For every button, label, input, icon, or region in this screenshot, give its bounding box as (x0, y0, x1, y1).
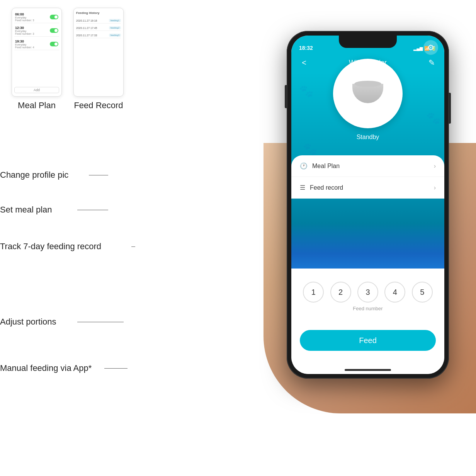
meal-plan-thumbnail: 06:00 Everyday Feed number: 3 12:30 Ever… (12, 8, 62, 110)
add-button-thumb[interactable]: Add (14, 87, 59, 93)
meal-plan-screen: 06:00 Everyday Feed number: 3 12:30 Ever… (12, 8, 62, 97)
paw-decoration-2: 🐾 (426, 111, 440, 125)
device-circle (333, 59, 403, 128)
edit-button[interactable]: ✎ (426, 58, 437, 67)
paw-decoration-3: 🐾 (303, 142, 317, 156)
portion-btn-3[interactable]: 3 (357, 282, 378, 303)
signal-icon: ▂▄▆ (413, 46, 423, 51)
meal-plan-chevron: › (434, 163, 436, 170)
status-time: 18:32 (299, 45, 313, 51)
manual-feeding-label: Manual feeding via App* (0, 363, 104, 373)
feed-record-icon: ☰ (300, 184, 305, 191)
feed-row-1: 2020.11.27 19:16 feeding1 (76, 18, 121, 24)
back-button[interactable]: < (298, 58, 310, 67)
feed-record-menu-label: Feed record (310, 184, 343, 191)
feed-button-label: Feed (359, 336, 377, 345)
meal-plan-label: Meal Plan (18, 100, 56, 110)
portion-section: 1 2 3 4 5 Feed number (291, 278, 444, 320)
feed-button[interactable]: Feed (300, 330, 436, 351)
feed-record-title: Feeding History (76, 11, 121, 15)
phone-notch (339, 36, 397, 48)
phone-shell: 18:32 ▂▄▆ 📶 🔋 < WiFi Feeder ✎ 🐾 🐾 🐾 (287, 31, 449, 379)
thumbnails-area: 06:00 Everyday Feed number: 3 12:30 Ever… (12, 8, 124, 110)
toggle-2[interactable] (50, 28, 58, 33)
portion-buttons: 1 2 3 4 5 (300, 282, 436, 303)
device-circle-wrapper: Standby (333, 59, 403, 141)
meal-plan-icon: 🕐 (300, 162, 308, 170)
change-profile-label: Change profile pic (0, 170, 89, 180)
annotation-line-2 (77, 210, 108, 210)
feed-record-chevron: › (434, 184, 436, 191)
annotation-line-5 (104, 368, 128, 369)
feed-row-3: 2020.11.27 17:33 feeding3 (76, 32, 121, 38)
menu-section: 🕐 Meal Plan › ☰ Feed record › (291, 155, 444, 199)
feed-row-2: 2020.11.27 17:45 feeding2 (76, 25, 121, 31)
meal-plan-menu-item[interactable]: 🕐 Meal Plan › (291, 155, 444, 177)
annotation-line-3 (131, 246, 135, 247)
toggle-1[interactable] (50, 15, 58, 19)
phone-container: 18:32 ▂▄▆ 📶 🔋 < WiFi Feeder ✎ 🐾 🐾 🐾 (264, 8, 476, 413)
portion-btn-5[interactable]: 5 (412, 282, 433, 303)
feed-number-label: Feed number (300, 306, 436, 311)
meal-row-1: 06:00 Everyday Feed number: 3 (14, 11, 59, 23)
meal-row-2: 12:30 Everyday Feed number: 3 (14, 25, 59, 37)
home-indicator (345, 369, 391, 371)
feed-record-screen: Feeding History 2020.11.27 19:16 feeding… (73, 8, 124, 97)
standby-status: Standby (357, 134, 379, 141)
toggle-3[interactable] (50, 42, 58, 46)
phone-screen: 18:32 ▂▄▆ 📶 🔋 < WiFi Feeder ✎ 🐾 🐾 🐾 (291, 36, 444, 374)
feed-record-label: Feed Record (74, 100, 123, 110)
gear-icon: ⚙ (427, 43, 434, 52)
meal-row-3: 19:30 Everyday Feed number: 4 (14, 38, 59, 50)
portion-btn-2[interactable]: 2 (330, 282, 351, 303)
meal-plan-menu-label: Meal Plan (312, 163, 340, 170)
paw-decoration-1: 🐾 (299, 84, 313, 98)
track-feeding-label: Track 7-day feeding record (0, 241, 131, 252)
adjust-portions-label: Adjust portions (0, 317, 77, 327)
portion-btn-1[interactable]: 1 (303, 282, 324, 303)
settings-button[interactable]: ⚙ (423, 40, 438, 55)
annotation-line-1 (89, 175, 108, 175)
portion-btn-4[interactable]: 4 (384, 282, 405, 303)
feed-record-thumbnail: Feeding History 2020.11.27 19:16 feeding… (73, 8, 124, 110)
set-meal-plan-label: Set meal plan (0, 205, 77, 215)
device-bowl-icon (352, 84, 383, 103)
annotation-line-4 (77, 322, 124, 322)
feed-record-menu-item[interactable]: ☰ Feed record › (291, 177, 444, 199)
